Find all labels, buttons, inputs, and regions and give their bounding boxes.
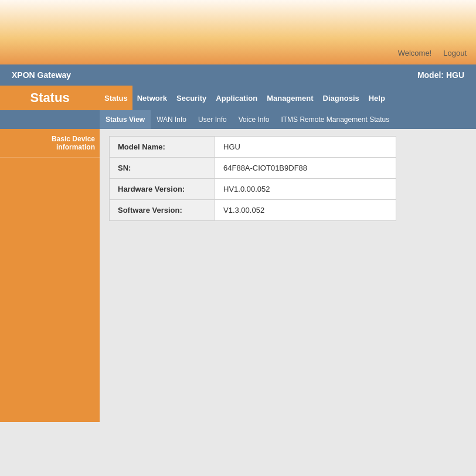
- row-label: Hardware Version:: [110, 179, 215, 200]
- sub-nav-user-info[interactable]: User Info: [192, 110, 233, 129]
- logout-button[interactable]: Logout: [443, 49, 467, 57]
- header-actions: Welcome! Logout: [398, 49, 467, 57]
- row-value: 64F88A-CIOT01B9DF88: [215, 158, 396, 179]
- main-nav-row: Status Status Network Security Applicati…: [0, 86, 476, 110]
- nav-item-diagnosis[interactable]: Diagnosis: [318, 86, 364, 110]
- nav-item-management[interactable]: Management: [262, 86, 318, 110]
- sub-nav-voice-info[interactable]: Voice Info: [233, 110, 276, 129]
- row-value: V1.3.00.052: [215, 200, 396, 221]
- row-label: Model Name:: [110, 137, 215, 158]
- row-value: HV1.0.00.052: [215, 179, 396, 200]
- sub-nav-itms[interactable]: ITMS Remote Management Status: [275, 110, 395, 129]
- row-label: Software Version:: [110, 200, 215, 221]
- content-area: Basic Deviceinformation Model Name:HGUSN…: [0, 129, 476, 422]
- gateway-model: Model: HGU: [417, 70, 464, 80]
- sub-nav-status-view[interactable]: Status View: [100, 110, 151, 129]
- sub-nav-wan-info[interactable]: WAN Info: [151, 110, 192, 129]
- nav-item-network[interactable]: Network: [132, 86, 172, 110]
- nav-item-security[interactable]: Security: [172, 86, 211, 110]
- gateway-bar: XPON Gateway Model: HGU: [0, 64, 476, 86]
- table-row: Hardware Version:HV1.0.00.052: [110, 179, 396, 200]
- sub-nav-row: Status View WAN Info User Info Voice Inf…: [0, 110, 476, 129]
- welcome-text: Welcome!: [398, 49, 432, 57]
- top-header: Welcome! Logout: [0, 0, 476, 64]
- sidebar-item-basic-device[interactable]: Basic Deviceinformation: [0, 129, 100, 158]
- nav-item-help[interactable]: Help: [364, 86, 390, 110]
- status-title-area: Status: [0, 86, 100, 110]
- sidebar: Basic Deviceinformation: [0, 129, 100, 422]
- nav-item-application[interactable]: Application: [211, 86, 262, 110]
- status-title-text: Status: [30, 90, 69, 106]
- table-row: SN:64F88A-CIOT01B9DF88: [110, 158, 396, 179]
- gateway-title: XPON Gateway: [12, 70, 71, 80]
- nav-item-status[interactable]: Status: [100, 86, 132, 110]
- nav-items-container: Status Network Security Application Mana…: [100, 86, 476, 110]
- row-label: SN:: [110, 158, 215, 179]
- row-value: HGU: [215, 137, 396, 158]
- main-content: Model Name:HGUSN:64F88A-CIOT01B9DF88Hard…: [100, 129, 476, 422]
- sub-nav-spacer: [0, 110, 100, 129]
- table-row: Model Name:HGU: [110, 137, 396, 158]
- device-info-table: Model Name:HGUSN:64F88A-CIOT01B9DF88Hard…: [109, 136, 396, 221]
- table-row: Software Version:V1.3.00.052: [110, 200, 396, 221]
